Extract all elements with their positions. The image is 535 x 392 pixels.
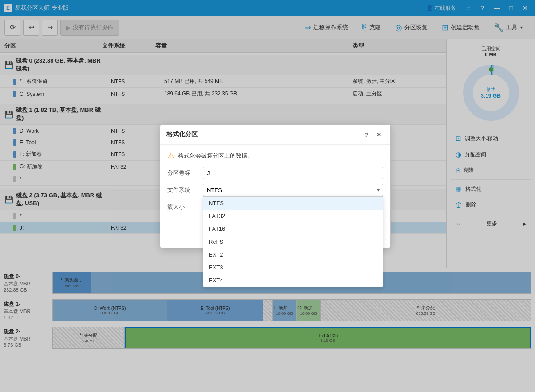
dropdown-item-refs[interactable]: ReFS: [203, 235, 383, 248]
format-dialog: 格式化分区 ? ✕ ⚠ 格式化会破坏分区上的数据。 分区卷标 文件系统 NTFS: [160, 124, 391, 248]
dialog-title-text: 格式化分区: [166, 131, 198, 139]
fs-label: 文件系统: [167, 186, 203, 194]
dialog-overlay: 格式化分区 ? ✕ ⚠ 格式化会破坏分区上的数据。 分区卷标 文件系统 NTFS: [0, 0, 535, 392]
dialog-title-btns: ? ✕: [361, 129, 384, 140]
dialog-warning: ⚠ 格式化会破坏分区上的数据。: [167, 151, 383, 161]
label-field-label: 分区卷标: [167, 169, 203, 177]
dropdown-item-fat16[interactable]: FAT16: [203, 222, 383, 235]
fs-select[interactable]: NTFS FAT32 FAT16 ReFS EXT2 EXT3 EXT4: [203, 184, 383, 196]
label-input[interactable]: [203, 167, 383, 179]
label-row: 分区卷标: [167, 167, 383, 179]
dialog-body: ⚠ 格式化会破坏分区上的数据。 分区卷标 文件系统 NTFS FAT32 FAT…: [160, 145, 390, 224]
dropdown-item-ext4[interactable]: EXT4: [203, 274, 383, 287]
dropdown-item-fat32[interactable]: FAT32: [203, 210, 383, 222]
warning-icon: ⚠: [167, 151, 174, 161]
fs-row: 文件系统 NTFS FAT32 FAT16 ReFS EXT2 EXT3 EXT…: [167, 184, 383, 196]
fs-dropdown: NTFS FAT32 FAT16 ReFS EXT2 EXT3 EXT4: [203, 196, 383, 287]
dialog-title-bar: 格式化分区 ? ✕: [160, 125, 390, 145]
dropdown-item-ntfs[interactable]: NTFS: [203, 197, 383, 210]
dialog-close-btn[interactable]: ✕: [373, 129, 384, 140]
dialog-help-btn[interactable]: ?: [361, 129, 372, 140]
dropdown-item-ext2[interactable]: EXT2: [203, 248, 383, 261]
dropdown-item-ext3[interactable]: EXT3: [203, 261, 383, 274]
cluster-label: 簇大小: [167, 203, 203, 211]
fs-select-wrapper: NTFS FAT32 FAT16 ReFS EXT2 EXT3 EXT4 ▾ N…: [203, 184, 383, 196]
